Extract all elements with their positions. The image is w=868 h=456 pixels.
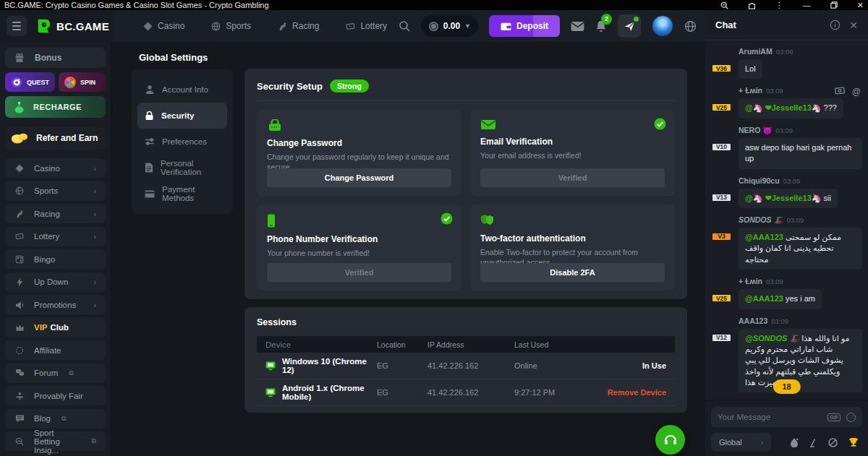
nav-casino[interactable]: Casino <box>142 21 184 31</box>
coin-tag-icon[interactable] <box>828 438 838 447</box>
envelope-green-icon <box>480 119 665 130</box>
email-verified-button: Verified <box>480 168 665 187</box>
chat-toggle-button[interactable] <box>618 14 641 38</box>
verified-check-icon <box>654 118 666 130</box>
settings-nav-personal-verification[interactable]: Personal Verification <box>137 155 227 181</box>
insights-icon <box>14 437 25 446</box>
chat-message: V3 SONDOS 🎩03:09 @AAA123 ممكن لو سمحتى ت… <box>711 215 862 270</box>
chat-message: V10 NERO 😈03:09 asw depo tiap hari gak p… <box>711 125 862 169</box>
restore-icon[interactable] <box>830 1 838 9</box>
remove-device-button[interactable]: Remove Device <box>594 388 666 397</box>
chat-message-list[interactable]: V36 ArumiAM03:09 Lol V25 + Ɫʍin03:09 @🦄 … <box>705 40 868 400</box>
sidebar-toggle-button[interactable] <box>7 16 27 36</box>
security-strength-badge: Strong <box>330 79 369 93</box>
chat-info-icon[interactable] <box>830 20 841 30</box>
main-content: Global Settings Account Info Security Pr… <box>114 42 705 456</box>
minimize-icon[interactable]: — <box>803 1 811 9</box>
close-icon[interactable]: ✕ <box>857 1 864 9</box>
bcgame-logo-icon <box>35 18 51 34</box>
racing-icon <box>277 22 287 31</box>
browser-menu-icon[interactable]: ⋮ <box>775 1 783 9</box>
security-setup-panel: Security Setup Strong Change Password Ch… <box>244 69 687 299</box>
affiliate-icon <box>14 346 25 355</box>
sidebar-item-affiliate[interactable]: Affiliate <box>5 340 106 360</box>
nav-lottery[interactable]: Lottery <box>345 21 387 31</box>
sessions-table-header: Device Location IP Address Last Used <box>257 336 675 353</box>
deposit-button[interactable]: Deposit <box>489 15 560 37</box>
sidebar-item-racing[interactable]: Racing› <box>5 204 106 223</box>
megaphone-icon <box>14 301 25 309</box>
sidebar-item-promotions[interactable]: Promotions› <box>5 295 106 314</box>
user-mention[interactable]: @🦄 ❤Jesselle13🦄 <box>745 103 822 112</box>
language-globe-icon[interactable] <box>684 20 697 33</box>
sidebar-quest-button[interactable]: QUEST <box>5 72 55 92</box>
settings-nav-preferences[interactable]: Preferences <box>137 129 227 155</box>
bcgame-logo[interactable]: BC.GAME <box>35 18 109 34</box>
chat-message: V25 + Ɫʍin03:09 @🦄 ❤Jesselle13🦄 ??? @ <box>711 85 862 118</box>
trophy-icon[interactable] <box>848 437 859 447</box>
user-avatar[interactable] <box>652 15 673 37</box>
sidebar-item-bonus[interactable]: Bonus <box>5 48 106 68</box>
sidebar-item-vip-club[interactable]: VIPClub <box>5 318 106 337</box>
security-setup-title: Security Setup <box>257 81 323 92</box>
zoom-icon[interactable] <box>720 1 728 9</box>
sidebar-recharge-button[interactable]: RECHARGE <box>5 96 106 118</box>
chat-close-icon[interactable]: ✕ <box>849 20 858 31</box>
chat-channel-selector[interactable]: Global› <box>711 433 771 452</box>
settings-nav-payment-methods[interactable]: Payment Methods <box>137 181 227 207</box>
sidebar-item-forum[interactable]: Forum⧉ <box>5 363 106 383</box>
search-icon[interactable] <box>399 20 410 32</box>
mention-action-icon[interactable]: @ <box>852 87 861 97</box>
user-mention[interactable]: @AAA123 <box>745 233 783 241</box>
unread-messages-badge[interactable]: 18 <box>773 379 800 394</box>
quest-target-icon <box>11 77 22 88</box>
user-mention[interactable]: @🦄 ❤Jesselle13🦄 <box>745 194 822 202</box>
sidebar-item-provably-fair[interactable]: Provably Fair <box>5 386 106 405</box>
casino-icon <box>142 22 153 31</box>
settings-nav-account-info[interactable]: Account Info <box>137 77 227 103</box>
mail-icon[interactable] <box>571 21 584 32</box>
header-brand-area: BC.GAME <box>0 10 112 42</box>
nav-racing[interactable]: Racing <box>277 21 319 31</box>
tip-icon[interactable] <box>835 87 845 97</box>
header-actions: 0.00 ▼ Deposit 2 <box>399 14 705 38</box>
chat-message-input[interactable]: Your Message GIF <box>711 407 862 427</box>
user-mention[interactable]: @AAA123 <box>745 294 783 303</box>
sessions-title: Sessions <box>257 317 675 327</box>
lottery-icon <box>345 22 355 31</box>
racing-icon <box>14 210 25 218</box>
phone-verified-button: Verified <box>267 263 451 282</box>
user-mention[interactable]: @SONDOS 🎩 <box>745 334 799 343</box>
chat-message: V13 Chiqui90cu03:09 @🦄 ❤Jesselle13🦄 sii <box>711 176 862 208</box>
chat-input-area: Your Message GIF Global› <box>705 400 868 456</box>
chevron-down-icon: ▼ <box>464 22 471 30</box>
settings-nav-security[interactable]: Security <box>137 103 227 129</box>
rain-icon[interactable] <box>790 437 799 447</box>
slash-command-icon[interactable] <box>809 438 818 447</box>
gif-icon[interactable]: GIF <box>827 413 841 421</box>
sidebar-item-sports[interactable]: Sports› <box>5 181 106 201</box>
chat-title: Chat <box>715 20 736 30</box>
headset-icon <box>663 434 678 447</box>
notifications-bell-icon[interactable]: 2 <box>595 20 607 33</box>
chat-panel: Chat ✕ V36 ArumiAM03:09 Lol V25 + Ɫʍin03… <box>705 10 868 456</box>
chat-message: V36 ArumiAM03:09 Lol <box>711 46 862 79</box>
nav-sports[interactable]: Sports <box>210 21 251 31</box>
extensions-icon[interactable] <box>748 1 756 9</box>
sidebar-item-updown[interactable]: Up Down› <box>5 272 106 292</box>
change-password-button[interactable]: Change Password <box>267 168 451 187</box>
coin-icon <box>428 21 439 32</box>
sidebar-item-casino[interactable]: Casino› <box>5 158 106 178</box>
emoji-icon[interactable] <box>846 413 856 422</box>
sidebar-spin-button[interactable]: SPIN <box>59 72 106 92</box>
sports-icon <box>14 186 25 195</box>
support-button[interactable] <box>655 425 685 455</box>
sidebar-refer-and-earn[interactable]: Refer and Earn <box>5 126 106 150</box>
device-monitor-icon <box>265 388 276 397</box>
sidebar-item-bingo[interactable]: Bingo <box>5 249 106 269</box>
sidebar-item-blog[interactable]: Blog⧉ <box>5 409 106 429</box>
sidebar-item-sport-betting-insights[interactable]: Sport Betting Insig...⧉ <box>5 431 106 451</box>
disable-2fa-button[interactable]: Disable 2FA <box>480 263 665 282</box>
sidebar-item-lottery[interactable]: Lottery› <box>5 227 106 246</box>
balance-selector[interactable]: 0.00 ▼ <box>421 15 478 37</box>
